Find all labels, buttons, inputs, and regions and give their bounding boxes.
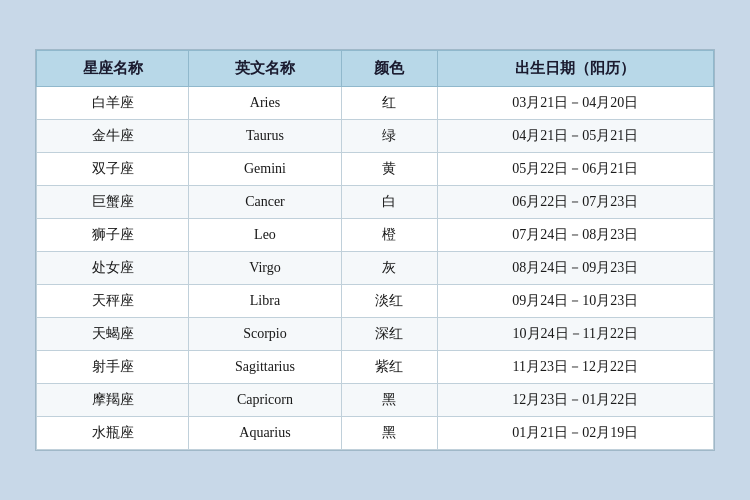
cell-color: 橙	[341, 219, 437, 252]
table-row: 狮子座Leo橙07月24日－08月23日	[37, 219, 714, 252]
table-row: 双子座Gemini黄05月22日－06月21日	[37, 153, 714, 186]
table-header-row: 星座名称 英文名称 颜色 出生日期（阳历）	[37, 51, 714, 87]
cell-chinese_name: 水瓶座	[37, 417, 189, 450]
cell-color: 黑	[341, 417, 437, 450]
cell-chinese_name: 双子座	[37, 153, 189, 186]
cell-english_name: Taurus	[189, 120, 341, 153]
header-english-name: 英文名称	[189, 51, 341, 87]
cell-color: 深红	[341, 318, 437, 351]
table-row: 巨蟹座Cancer白06月22日－07月23日	[37, 186, 714, 219]
cell-chinese_name: 巨蟹座	[37, 186, 189, 219]
cell-chinese_name: 狮子座	[37, 219, 189, 252]
cell-birthday: 03月21日－04月20日	[437, 87, 713, 120]
table-row: 摩羯座Capricorn黑12月23日－01月22日	[37, 384, 714, 417]
cell-english_name: Aries	[189, 87, 341, 120]
table-row: 水瓶座Aquarius黑01月21日－02月19日	[37, 417, 714, 450]
cell-color: 黄	[341, 153, 437, 186]
cell-birthday: 05月22日－06月21日	[437, 153, 713, 186]
cell-chinese_name: 天秤座	[37, 285, 189, 318]
cell-birthday: 09月24日－10月23日	[437, 285, 713, 318]
cell-english_name: Sagittarius	[189, 351, 341, 384]
cell-color: 紫红	[341, 351, 437, 384]
cell-chinese_name: 处女座	[37, 252, 189, 285]
table-row: 金牛座Taurus绿04月21日－05月21日	[37, 120, 714, 153]
cell-color: 红	[341, 87, 437, 120]
cell-birthday: 12月23日－01月22日	[437, 384, 713, 417]
table-row: 处女座Virgo灰08月24日－09月23日	[37, 252, 714, 285]
zodiac-table: 星座名称 英文名称 颜色 出生日期（阳历） 白羊座Aries红03月21日－04…	[36, 50, 714, 450]
zodiac-table-container: 星座名称 英文名称 颜色 出生日期（阳历） 白羊座Aries红03月21日－04…	[35, 49, 715, 451]
cell-birthday: 10月24日－11月22日	[437, 318, 713, 351]
cell-birthday: 11月23日－12月22日	[437, 351, 713, 384]
cell-english_name: Capricorn	[189, 384, 341, 417]
cell-color: 绿	[341, 120, 437, 153]
table-row: 射手座Sagittarius紫红11月23日－12月22日	[37, 351, 714, 384]
header-chinese-name: 星座名称	[37, 51, 189, 87]
cell-color: 白	[341, 186, 437, 219]
cell-color: 灰	[341, 252, 437, 285]
cell-chinese_name: 射手座	[37, 351, 189, 384]
cell-english_name: Aquarius	[189, 417, 341, 450]
cell-birthday: 06月22日－07月23日	[437, 186, 713, 219]
cell-birthday: 08月24日－09月23日	[437, 252, 713, 285]
cell-birthday: 04月21日－05月21日	[437, 120, 713, 153]
table-row: 白羊座Aries红03月21日－04月20日	[37, 87, 714, 120]
cell-english_name: Leo	[189, 219, 341, 252]
cell-chinese_name: 摩羯座	[37, 384, 189, 417]
cell-english_name: Cancer	[189, 186, 341, 219]
cell-english_name: Virgo	[189, 252, 341, 285]
cell-chinese_name: 金牛座	[37, 120, 189, 153]
cell-english_name: Libra	[189, 285, 341, 318]
header-color: 颜色	[341, 51, 437, 87]
table-row: 天蝎座Scorpio深红10月24日－11月22日	[37, 318, 714, 351]
cell-birthday: 01月21日－02月19日	[437, 417, 713, 450]
cell-color: 淡红	[341, 285, 437, 318]
cell-english_name: Scorpio	[189, 318, 341, 351]
cell-birthday: 07月24日－08月23日	[437, 219, 713, 252]
cell-color: 黑	[341, 384, 437, 417]
header-birthday: 出生日期（阳历）	[437, 51, 713, 87]
table-row: 天秤座Libra淡红09月24日－10月23日	[37, 285, 714, 318]
cell-chinese_name: 白羊座	[37, 87, 189, 120]
cell-chinese_name: 天蝎座	[37, 318, 189, 351]
cell-english_name: Gemini	[189, 153, 341, 186]
table-body: 白羊座Aries红03月21日－04月20日金牛座Taurus绿04月21日－0…	[37, 87, 714, 450]
